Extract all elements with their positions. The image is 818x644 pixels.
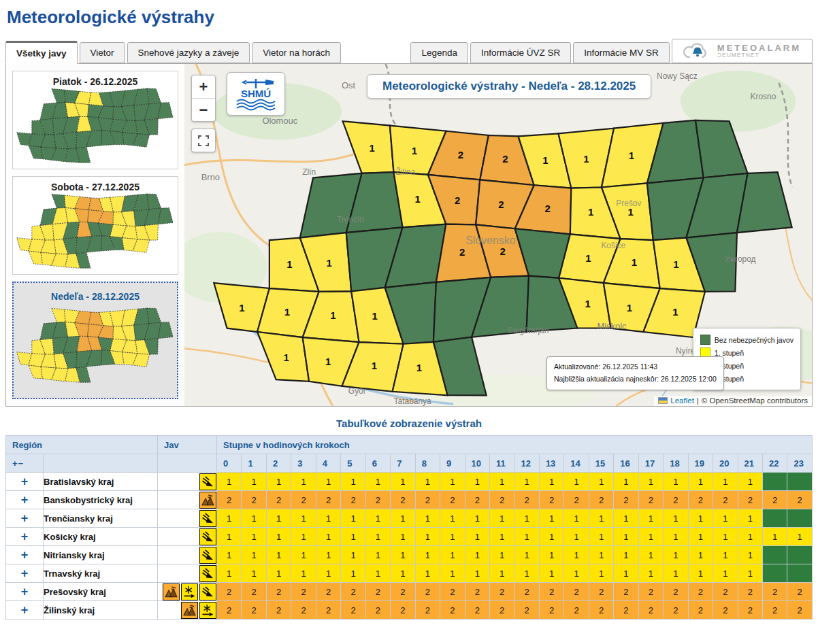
region-name: Nitriansky kraj (44, 546, 158, 564)
region-phenomena (158, 491, 217, 509)
district-warning-level: 1 (325, 356, 331, 367)
hour-warning-cell: 1 (341, 564, 365, 583)
district-warning-level: 1 (416, 362, 422, 373)
empty-header-cell (44, 454, 158, 473)
region-phenomena (158, 546, 217, 564)
expand-row-button[interactable]: + (6, 564, 44, 583)
expand-row-button[interactable]: + (6, 509, 44, 528)
hour-warning-cell: 2 (217, 491, 242, 509)
city-label-nowy-s-cz: Nowy Sącz (657, 71, 698, 81)
empty-header-cell (158, 454, 217, 473)
expand-row-button[interactable]: + (6, 491, 44, 509)
shmu-logo[interactable]: SHMÚ (227, 72, 285, 116)
zoom-out-button[interactable]: − (192, 99, 215, 121)
district-warning-level: 1 (287, 258, 292, 270)
region-name: Košický kraj (44, 528, 158, 546)
city-label-olomouc: Olomouc (262, 116, 297, 126)
tab-vietor[interactable]: Vietor (80, 42, 125, 63)
button-inform-cie-vz-sr[interactable]: Informácie ÚVZ SR (470, 42, 571, 63)
hour-warning-cell: 1 (614, 473, 638, 491)
update-info-box: Aktualizované: 26.12.2025 11:43 Najbližš… (546, 356, 724, 390)
hour-warning-cell: 2 (415, 491, 440, 509)
meteoalarm-link[interactable]: METEOALARM ƆEUMETNET (672, 39, 813, 63)
day-panel-piatok[interactable]: Piatok - 26.12.2025 (12, 71, 178, 169)
hour-warning-cell: 1 (242, 473, 266, 491)
tab-vietor-na-hor-ch[interactable]: Vietor na horách (252, 42, 341, 63)
hour-warning-cell: 2 (762, 583, 787, 601)
expand-row-button[interactable]: + (6, 528, 44, 546)
button-inform-cie-mv-sr[interactable]: Informácie MV SR (573, 42, 670, 63)
day-panel-title: Sobota - 27.12.2025 (13, 182, 178, 192)
hour-warning-cell: 1 (391, 473, 415, 491)
wind-warning-icon (199, 565, 216, 582)
hour-warning-cell: 1 (341, 509, 365, 528)
district-warning-level: 1 (370, 142, 375, 154)
hour-warning-cell: 1 (242, 564, 266, 583)
hour-warning-cell: 2 (415, 601, 440, 620)
hour-warning-cell: 1 (738, 546, 762, 564)
hour-warning-cell: 1 (664, 509, 688, 528)
meteoalarm-wordmark: METEOALARM ƆEUMETNET (717, 44, 801, 59)
hour-warning-cell: 2 (762, 491, 787, 509)
city-label-miskolc: Miskolc (597, 321, 627, 331)
expand-row-button[interactable]: + (6, 601, 44, 620)
hour-warning-cell: 2 (242, 601, 266, 620)
hour-warning-cell: 1 (713, 509, 738, 528)
hour-warning-cell: 2 (514, 491, 539, 509)
hour-warning-cell: 1 (638, 528, 663, 546)
hour-warning-cell: 2 (465, 491, 489, 509)
expand-row-button[interactable]: + (6, 583, 44, 601)
leaflet-link[interactable]: Leaflet (670, 396, 694, 405)
hour-column-header: 9 (440, 454, 465, 473)
hour-warning-cell (762, 546, 787, 564)
hour-warning-cell: 1 (514, 564, 539, 583)
mini-map (16, 193, 175, 269)
hour-column-header: 1 (242, 454, 266, 473)
hour-warning-cell: 1 (217, 528, 242, 546)
hour-warning-cell: 1 (514, 509, 539, 528)
hour-column-header: 8 (415, 454, 440, 473)
osm-contributors-link[interactable]: © OpenStreetMap contributors (702, 396, 808, 405)
table-row: +Žilinský kraj222222222222222222222222 (6, 601, 813, 620)
hour-warning-cell: 2 (391, 601, 415, 620)
column-header-jav: Jav (158, 436, 217, 454)
hour-warning-cell (787, 564, 813, 583)
hour-warning-cell: 2 (638, 583, 663, 601)
hour-column-header: 10 (465, 454, 489, 473)
tab-v-etky-javy[interactable]: Všetky javy (5, 41, 78, 64)
day-panel-sobota[interactable]: Sobota - 27.12.2025 (12, 176, 178, 275)
zoom-in-button[interactable]: + (192, 75, 215, 99)
day-panel-title: Nedeľa - 28.12.2025 (14, 291, 177, 302)
hour-warning-cell: 1 (713, 528, 738, 546)
district-warning-level: 1 (542, 154, 548, 166)
hour-warning-cell: 2 (539, 601, 563, 620)
fullscreen-button[interactable] (191, 129, 216, 152)
meteoalarm-bell-cloud-icon (683, 41, 712, 61)
hour-column-header: 3 (291, 454, 316, 473)
hour-warning-cell: 1 (762, 528, 787, 546)
hour-warning-cell: 1 (465, 528, 489, 546)
district-warning-level: 2 (455, 194, 460, 206)
hour-warning-cell: 1 (465, 473, 489, 491)
hour-warning-cell: 2 (539, 583, 563, 601)
hour-warning-cell: 2 (341, 601, 365, 620)
day-panel-title: Piatok - 26.12.2025 (13, 76, 178, 87)
hour-column-header: 23 (787, 454, 813, 473)
tab-snehov-jazyky-a-z-veje[interactable]: Snehové jazyky a záveje (127, 42, 250, 63)
hour-warning-cell: 2 (440, 583, 465, 601)
expand-row-button[interactable]: + (6, 546, 44, 564)
district-warning-level: 1 (672, 306, 678, 318)
main-map[interactable]: 1122111122211112211111111111111 OstOlomo… (184, 64, 812, 406)
district-polygon (52, 194, 65, 208)
hour-warning-cell: 2 (291, 601, 316, 620)
day-panel-nede-a[interactable]: Nedeľa - 28.12.2025 (12, 282, 178, 399)
expand-row-button[interactable]: + (6, 473, 44, 491)
button-legenda[interactable]: Legenda (410, 42, 468, 63)
hour-warning-cell: 1 (514, 528, 539, 546)
region-name: Bratislavský kraj (44, 473, 158, 491)
expand-collapse-all-button[interactable]: +− (6, 454, 44, 473)
hour-warning-cell: 2 (664, 583, 688, 601)
district-warning-level: 1 (627, 302, 632, 313)
hour-warning-cell: 1 (688, 473, 713, 491)
hour-warning-cell: 1 (489, 564, 514, 583)
